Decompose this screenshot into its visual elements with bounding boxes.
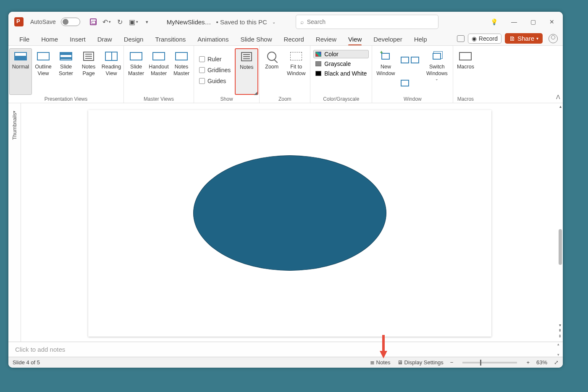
color-mode-button[interactable]: Color	[313, 50, 369, 58]
slide-counter[interactable]: Slide 4 of 5	[13, 359, 40, 366]
notes-toggle-button[interactable]: Notes	[235, 48, 258, 95]
notes-scroll-up[interactable]: ▴	[557, 342, 559, 346]
group-label: Window	[373, 95, 452, 103]
tab-file[interactable]: File	[13, 34, 35, 45]
group-presentation-views: Normal Outline View Slide Sorter Notes P…	[8, 46, 124, 103]
ruler-checkbox[interactable]: Ruler	[199, 56, 231, 63]
tab-design[interactable]: Design	[118, 34, 150, 45]
group-zoom: Zoom Fit to Window Zoom	[260, 46, 310, 103]
quick-access-toolbar: ↶▾ ↻ ▣▾ ▾	[89, 18, 151, 26]
slide-sorter-button[interactable]: Slide Sorter	[55, 48, 77, 95]
slide-canvas-area: ▴ ▾ ⇞ ⇟	[21, 103, 563, 342]
display-settings-button[interactable]: 🖥Display Settings	[397, 359, 444, 366]
redo-icon[interactable]: ↻	[116, 18, 124, 26]
autosave-toggle[interactable]	[61, 18, 80, 26]
next-slide-icon[interactable]: ⇟	[558, 334, 562, 338]
tab-record[interactable]: Record	[278, 34, 310, 45]
tab-animations[interactable]: Animations	[192, 34, 234, 45]
search-input[interactable]	[307, 18, 434, 25]
scrollbar-thumb[interactable]	[559, 229, 562, 265]
zoom-percent[interactable]: 63%	[536, 359, 547, 366]
group-color-grayscale: Color Grayscale Black and White Color/Gr…	[310, 46, 372, 103]
reading-view-button[interactable]: Reading View	[100, 48, 123, 95]
present-from-beginning-icon[interactable]: ▣▾	[130, 18, 137, 26]
fit-to-window-button[interactable]: Fit to Window	[283, 48, 309, 95]
group-master-views: Slide Master Handout Master Notes Master…	[124, 46, 194, 103]
notes-status-button[interactable]: ≣Notes	[370, 359, 391, 366]
notes-pane[interactable]: Click to add notes ▴▾	[8, 342, 563, 357]
group-macros: Macros Macros	[453, 46, 478, 103]
new-window-button[interactable]: +New Window	[373, 48, 398, 95]
group-window: +New Window Switch Windows⌄ Window	[372, 46, 453, 103]
search-box[interactable]: ⌕	[296, 15, 438, 29]
slide-master-button[interactable]: Slide Master	[125, 48, 147, 95]
tab-transitions[interactable]: Transitions	[149, 34, 192, 45]
switch-windows-button[interactable]: Switch Windows⌄	[422, 48, 452, 95]
cascade-icon[interactable]	[411, 57, 419, 63]
bw-mode-button[interactable]: Black and White	[315, 70, 367, 77]
zoom-button[interactable]: Zoom	[260, 48, 283, 95]
tab-help[interactable]: Help	[408, 34, 433, 45]
scroll-up-icon[interactable]: ▴	[559, 104, 562, 109]
display-icon: 🖥	[397, 359, 403, 366]
zoom-in-button[interactable]: +	[526, 359, 530, 366]
notes-scroll-down[interactable]: ▾	[557, 353, 559, 357]
guides-checkbox[interactable]: Guides	[199, 78, 231, 84]
group-label: Zoom	[260, 95, 309, 103]
chevron-down-icon[interactable]: ⌄	[272, 20, 276, 24]
tab-home[interactable]: Home	[35, 34, 64, 45]
scroll-down-icon[interactable]: ▾	[559, 323, 561, 327]
outline-view-button[interactable]: Outline View	[32, 48, 55, 95]
app-window: AutoSave ↶▾ ↻ ▣▾ ▾ MyNewSlides… • Saved …	[8, 12, 563, 368]
account-icon[interactable]	[549, 34, 558, 43]
autosave-label: AutoSave	[30, 18, 56, 25]
workspace: ▸ Thumbnails ▴ ▾ ⇞ ⇟	[8, 103, 563, 342]
tab-slide-show[interactable]: Slide Show	[234, 34, 278, 45]
tab-insert[interactable]: Insert	[64, 34, 92, 45]
tab-developer[interactable]: Developer	[368, 34, 408, 45]
maximize-button[interactable]: ▢	[530, 18, 536, 25]
collapse-ribbon-icon[interactable]: ᐱ	[556, 94, 560, 100]
arrange-all-icon[interactable]	[401, 57, 409, 63]
document-title[interactable]: MyNewSlides…	[167, 18, 211, 26]
handout-master-button[interactable]: Handout Master	[147, 48, 170, 95]
ellipse-shape[interactable]	[193, 155, 386, 271]
minimize-button[interactable]: ―	[511, 18, 517, 25]
undo-icon[interactable]: ↶▾	[103, 18, 110, 26]
comments-button[interactable]	[457, 35, 465, 42]
record-button[interactable]: Record	[468, 34, 501, 44]
group-label: Presentation Views	[9, 95, 123, 103]
close-button[interactable]: ✕	[549, 18, 554, 25]
grayscale-mode-button[interactable]: Grayscale	[315, 60, 367, 67]
search-icon: ⌕	[300, 18, 304, 25]
group-label: Master Views	[125, 95, 193, 103]
notes-master-button[interactable]: Notes Master	[170, 48, 193, 95]
app-icon	[14, 17, 24, 26]
macros-button[interactable]: Macros	[454, 48, 477, 95]
save-icon[interactable]	[89, 18, 97, 26]
thumbnails-panel-collapsed[interactable]: ▸ Thumbnails	[8, 103, 21, 342]
dialog-launcher-icon[interactable]: ◢	[254, 91, 257, 95]
gridlines-checkbox[interactable]: Gridlines	[199, 67, 231, 73]
prev-slide-icon[interactable]: ⇞	[558, 328, 562, 333]
notes-page-button[interactable]: Notes Page	[77, 48, 100, 95]
thumbnails-label: Thumbnails	[12, 113, 18, 140]
tab-review[interactable]: Review	[310, 34, 342, 45]
zoom-out-button[interactable]: −	[450, 359, 454, 366]
vertical-scrollbar[interactable]: ▴ ▾ ⇞ ⇟	[557, 103, 563, 342]
tab-view[interactable]: View	[342, 34, 368, 45]
tab-draw[interactable]: Draw	[92, 34, 118, 45]
normal-view-button[interactable]: Normal	[9, 48, 32, 95]
save-status[interactable]: • Saved to this PC	[216, 18, 267, 26]
notes-placeholder: Click to add notes	[15, 346, 65, 353]
customize-qat-icon[interactable]: ▾	[143, 18, 151, 26]
window-controls: 💡 ― ▢ ✕	[491, 18, 559, 25]
fit-to-window-status-button[interactable]: ⤢	[554, 359, 559, 366]
group-label: Show	[195, 95, 258, 103]
lightbulb-icon[interactable]: 💡	[491, 18, 498, 25]
share-button[interactable]: 🗎 Share ▾	[505, 33, 543, 44]
slide-canvas[interactable]	[88, 110, 491, 337]
zoom-slider[interactable]	[462, 362, 517, 363]
move-split-icon[interactable]	[401, 80, 409, 86]
titlebar: AutoSave ↶▾ ↻ ▣▾ ▾ MyNewSlides… • Saved …	[8, 12, 563, 32]
